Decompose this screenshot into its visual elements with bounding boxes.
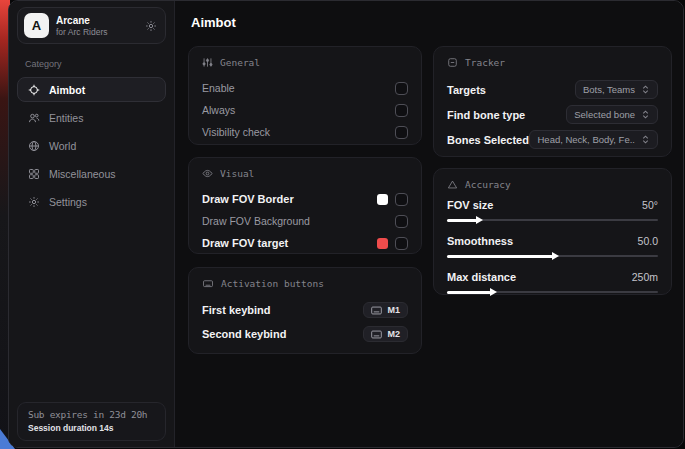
- slider-value: 50°: [642, 199, 658, 211]
- page-title: Aimbot: [191, 15, 236, 30]
- setting-row-fov-background: Draw FOV Background: [202, 210, 408, 232]
- setting-row-enable: Enable: [202, 77, 408, 99]
- section-title: Visual: [220, 168, 254, 179]
- section-title: Activation buttons: [221, 278, 324, 289]
- slider-thumb[interactable]: [552, 252, 559, 260]
- fov-border-checkbox[interactable]: [395, 193, 408, 206]
- sidebar-item-world[interactable]: World: [17, 133, 166, 158]
- fov-border-color-swatch[interactable]: [377, 194, 388, 205]
- slider-fill: [447, 219, 477, 222]
- setting-label: Bones Selected: [447, 134, 529, 146]
- slider-value: 250m: [632, 271, 658, 283]
- setting-label: Second keybind: [202, 328, 286, 340]
- setting-row-find-bone-type: Find bone type Selected bone: [447, 102, 658, 127]
- fov-target-color-swatch[interactable]: [377, 238, 388, 249]
- smoothness-slider[interactable]: [447, 252, 658, 260]
- select-value: Selected bone: [574, 109, 635, 120]
- chevrons-up-down-icon: [641, 85, 650, 94]
- fov-background-checkbox[interactable]: [395, 215, 408, 228]
- slider-value: 50.0: [638, 235, 658, 247]
- keyboard-icon: [202, 278, 214, 289]
- always-checkbox[interactable]: [395, 104, 408, 117]
- slider-thumb[interactable]: [476, 216, 483, 224]
- chevrons-up-down-icon: [641, 110, 650, 119]
- visibility-check-checkbox[interactable]: [395, 126, 408, 139]
- setting-label: Max distance: [447, 271, 516, 283]
- fov-target-checkbox[interactable]: [395, 237, 408, 250]
- eye-icon: [202, 168, 213, 179]
- app-logo: A: [24, 13, 49, 38]
- setting-row-first-keybind: First keybind M1: [202, 298, 408, 322]
- sidebar-item-label: Entities: [49, 112, 83, 124]
- slider-fill: [447, 291, 491, 294]
- setting-label: Targets: [447, 84, 486, 96]
- bones-selected-select[interactable]: Head, Neck, Body, Fe..: [529, 130, 658, 149]
- triangle-icon: [447, 179, 458, 190]
- section-title: Accuracy: [465, 179, 511, 190]
- enable-checkbox[interactable]: [395, 82, 408, 95]
- sidebar-item-label: Miscellaneous: [49, 168, 116, 180]
- section-title: Tracker: [465, 57, 505, 68]
- sidebar-item-label: World: [49, 140, 76, 152]
- chevrons-up-down-icon: [641, 135, 650, 144]
- subscription-card: Sub expires in 23d 20h Session duration …: [17, 402, 166, 441]
- sidebar-item-settings[interactable]: Settings: [17, 189, 166, 214]
- setting-label: Always: [202, 104, 235, 116]
- slider-fill: [447, 255, 553, 258]
- setting-label: FOV size: [447, 199, 493, 211]
- sidebar-item-aimbot[interactable]: Aimbot: [17, 77, 166, 102]
- section-title: General: [220, 57, 260, 68]
- sidebar-item-entities[interactable]: Entities: [17, 105, 166, 130]
- setting-label: Visibility check: [202, 126, 270, 138]
- crosshair-icon: [28, 84, 40, 96]
- keyboard-icon: [371, 306, 382, 315]
- setting-label: Draw FOV target: [202, 237, 288, 249]
- visual-card: Visual Draw FOV Border Draw FOV Backgrou…: [188, 157, 422, 254]
- setting-row-fov-size: FOV size 50°: [447, 199, 658, 224]
- max-distance-slider[interactable]: [447, 288, 658, 296]
- tracker-card: Tracker Targets Bots, Teams Find bone ty…: [433, 46, 672, 157]
- app-name: Arcane: [56, 15, 108, 27]
- keybind-value: M1: [387, 305, 400, 315]
- fov-size-slider[interactable]: [447, 216, 658, 224]
- activation-buttons-card: Activation buttons First keybind M1 Seco…: [188, 267, 422, 354]
- general-card: General Enable Always Visibility check: [188, 46, 422, 145]
- second-keybind-button[interactable]: M2: [363, 326, 408, 342]
- setting-row-second-keybind: Second keybind M2: [202, 322, 408, 346]
- gear-icon: [28, 196, 40, 208]
- select-value: Bots, Teams: [583, 84, 635, 95]
- accuracy-card: Accuracy FOV size 50° Smoothness 50.0: [433, 168, 672, 295]
- setting-row-max-distance: Max distance 250m: [447, 271, 658, 296]
- first-keybind-button[interactable]: M1: [363, 302, 408, 318]
- sidebar-item-label: Settings: [49, 196, 87, 208]
- sub-expiry-text: Sub expires in 23d 20h: [28, 409, 155, 420]
- setting-label: Smoothness: [447, 235, 513, 247]
- sidebar-item-label: Aimbot: [49, 84, 85, 96]
- setting-label: Find bone type: [447, 109, 525, 121]
- setting-row-smoothness: Smoothness 50.0: [447, 235, 658, 260]
- setting-row-bones-selected: Bones Selected Head, Neck, Body, Fe..: [447, 127, 658, 152]
- setting-label: Draw FOV Border: [202, 193, 294, 205]
- app-window: A Arcane for Arc Riders Category Aimbot: [8, 0, 684, 448]
- sidebar-item-miscellaneous[interactable]: Miscellaneous: [17, 161, 166, 186]
- entities-icon: [28, 112, 40, 124]
- setting-row-fov-target: Draw FOV target: [202, 232, 408, 254]
- setting-label: Draw FOV Background: [202, 215, 310, 227]
- category-label: Category: [25, 59, 166, 69]
- targets-select[interactable]: Bots, Teams: [575, 80, 658, 99]
- setting-label: First keybind: [202, 304, 270, 316]
- find-bone-type-select[interactable]: Selected bone: [566, 105, 658, 124]
- grid-icon: [28, 168, 40, 180]
- slider-thumb[interactable]: [490, 288, 497, 296]
- main-content: Aimbot General Enable Always: [175, 1, 683, 447]
- keyboard-icon: [371, 330, 382, 339]
- app-subtitle: for Arc Riders: [56, 27, 108, 37]
- scan-icon: [447, 57, 458, 68]
- select-value: Head, Neck, Body, Fe..: [537, 134, 635, 145]
- setting-row-targets: Targets Bots, Teams: [447, 77, 658, 102]
- app-header-card: A Arcane for Arc Riders: [17, 7, 166, 44]
- gear-icon[interactable]: [145, 20, 157, 32]
- app-titles: Arcane for Arc Riders: [56, 15, 108, 37]
- setting-row-always: Always: [202, 99, 408, 121]
- setting-row-visibility-check: Visibility check: [202, 121, 408, 143]
